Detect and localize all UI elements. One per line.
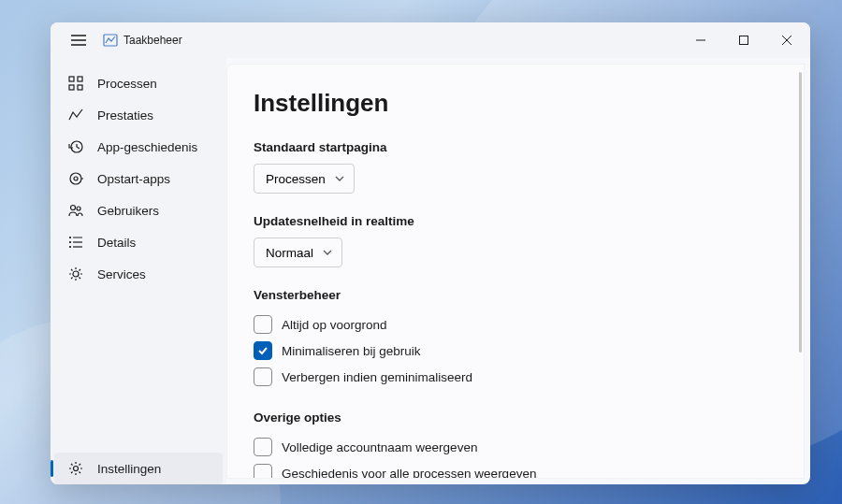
checkbox-hide-when-minimized[interactable]: Verbergen indien geminimaliseerd: [254, 364, 794, 390]
sidebar-item-opstart-apps[interactable]: Opstart-apps: [54, 163, 223, 194]
checkbox-icon: [254, 341, 272, 360]
svg-rect-8: [69, 77, 74, 81]
checkbox-label: Volledige accountnaam weergeven: [282, 440, 477, 454]
checkbox-icon: [254, 315, 272, 334]
checkbox-icon: [254, 464, 272, 479]
chevron-down-icon: [323, 248, 332, 257]
section-window-management: Vensterbeheer Altijd op voorgrond Minima…: [254, 288, 794, 390]
svg-point-23: [70, 247, 71, 248]
select-value: Processen: [266, 172, 326, 186]
section-default-startpage: Standaard startpagina Processen: [254, 140, 794, 194]
app-window: Taakbeheer Processen: [51, 22, 810, 484]
hamburger-icon: [71, 35, 86, 46]
svg-point-22: [70, 242, 71, 243]
section-update-speed: Updatesnelheid in realtime Normaal: [254, 214, 794, 267]
minimize-icon: [696, 36, 705, 45]
sidebar-item-label: Processen: [97, 77, 157, 91]
sidebar-item-label: Prestaties: [97, 108, 153, 122]
svg-point-16: [71, 206, 76, 210]
section-label: Overige opties: [254, 410, 794, 425]
select-value: Normaal: [266, 246, 313, 260]
grid-icon: [67, 75, 84, 92]
performance-icon: [67, 107, 84, 123]
sidebar-item-details[interactable]: Details: [54, 226, 223, 258]
sidebar-item-label: Gebruikers: [97, 204, 159, 218]
chevron-down-icon: [335, 174, 344, 183]
svg-rect-5: [740, 36, 748, 45]
checkbox-full-account-name[interactable]: Volledige accountnaam weergeven: [254, 434, 794, 460]
minimize-button[interactable]: [679, 22, 722, 58]
users-icon: [67, 202, 84, 219]
checkbox-always-on-top[interactable]: Altijd op voorgrond: [254, 311, 794, 338]
checkbox-minimize-on-use[interactable]: Minimaliseren bij gebruik: [254, 338, 794, 364]
svg-point-14: [74, 177, 78, 180]
body-area: Processen Prestaties App-geschiedenis Op…: [51, 58, 810, 484]
svg-rect-9: [78, 77, 82, 81]
hamburger-button[interactable]: [62, 23, 95, 57]
svg-rect-11: [78, 85, 82, 90]
sidebar-item-label: Details: [97, 236, 136, 250]
app-title: Taakbeheer: [123, 34, 182, 47]
app-icon: [103, 33, 118, 48]
gear-icon: [67, 460, 84, 477]
svg-point-21: [70, 238, 71, 238]
svg-point-25: [74, 467, 79, 471]
checkbox-label: Minimaliseren bij gebruik: [282, 344, 421, 358]
checkbox-icon: [254, 367, 272, 386]
svg-point-24: [73, 271, 79, 277]
sidebar-item-label: Services: [97, 267, 146, 281]
sidebar-item-gebruikers[interactable]: Gebruikers: [54, 194, 223, 226]
list-icon: [67, 234, 84, 251]
section-label: Standaard startpagina: [254, 140, 794, 154]
sidebar: Processen Prestaties App-geschiedenis Op…: [51, 58, 226, 484]
checkbox-label: Verbergen indien geminimaliseerd: [282, 370, 472, 384]
page-title: Instellingen: [254, 89, 794, 118]
maximize-button[interactable]: [722, 22, 765, 58]
window-controls: [679, 22, 808, 58]
svg-rect-10: [69, 85, 74, 90]
titlebar: Taakbeheer: [51, 22, 810, 58]
sidebar-item-services[interactable]: Services: [54, 258, 223, 290]
checkbox-label: Geschiedenis voor alle processen weergev…: [282, 467, 536, 480]
sidebar-item-label: Instellingen: [97, 462, 161, 476]
sidebar-item-app-geschiedenis[interactable]: App-geschiedenis: [54, 131, 223, 163]
sidebar-item-processen[interactable]: Processen: [54, 67, 223, 99]
sidebar-item-label: Opstart-apps: [97, 172, 170, 186]
close-button[interactable]: [765, 22, 808, 58]
content-area: Instellingen Standaard startpagina Proce…: [226, 64, 805, 479]
services-icon: [67, 266, 84, 282]
sidebar-item-instellingen[interactable]: Instellingen: [54, 453, 223, 484]
section-other-options: Overige opties Volledige accountnaam wee…: [254, 410, 794, 479]
startup-icon: [67, 170, 84, 187]
checkbox-icon: [254, 438, 272, 456]
svg-point-17: [77, 207, 80, 210]
scrollbar[interactable]: [799, 72, 802, 353]
default-startpage-select[interactable]: Processen: [254, 164, 355, 194]
checkbox-history-all-processes[interactable]: Geschiedenis voor alle processen weergev…: [254, 460, 794, 479]
history-icon: [67, 138, 84, 155]
section-label: Updatesnelheid in realtime: [254, 214, 794, 228]
maximize-icon: [739, 36, 748, 45]
sidebar-item-label: App-geschiedenis: [97, 140, 197, 154]
update-speed-select[interactable]: Normaal: [254, 238, 342, 267]
section-label: Vensterbeheer: [254, 288, 794, 302]
sidebar-item-prestaties[interactable]: Prestaties: [54, 99, 223, 131]
close-icon: [782, 36, 791, 45]
svg-point-13: [70, 173, 81, 184]
checkbox-label: Altijd op voorgrond: [282, 318, 387, 332]
